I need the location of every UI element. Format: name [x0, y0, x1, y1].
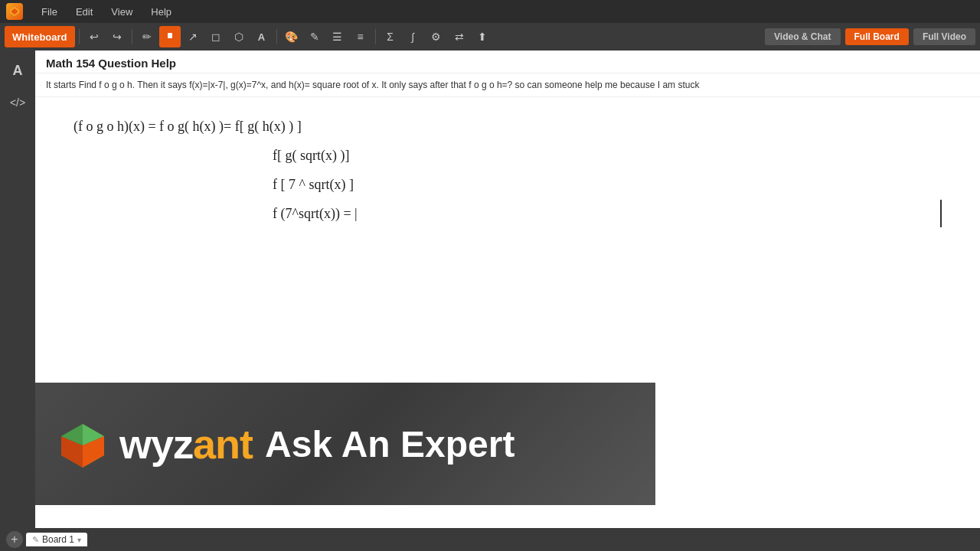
sidebar-icon-a[interactable]: A: [5, 58, 30, 83]
whiteboard-button[interactable]: Whiteboard: [5, 26, 75, 47]
select-button[interactable]: ↗: [182, 26, 204, 47]
arrow-tool[interactable]: ⇄: [449, 26, 470, 47]
eraser-button[interactable]: ◻: [205, 26, 227, 47]
separator-4: [375, 29, 376, 44]
pencil-tool[interactable]: ✎: [304, 26, 325, 47]
sidebar-icon-code[interactable]: </>: [5, 90, 30, 115]
color-picker[interactable]: 🎨: [281, 26, 302, 47]
full-board-button[interactable]: Full Board: [845, 28, 909, 45]
board-tab-chevron[interactable]: ▾: [77, 536, 81, 544]
whiteboard-area: (f o g o h)(x) = f o g( h(x) )= f[ g( h(…: [35, 97, 980, 244]
main-content: Math 154 Question Help It starts Find f …: [35, 51, 980, 528]
sigma-tool[interactable]: Σ: [380, 26, 401, 47]
separator-1: [79, 29, 80, 44]
pen-button[interactable]: ✏: [136, 26, 158, 47]
math-line-4: f (7^sqrt(x)) = |: [273, 200, 942, 227]
shape-button[interactable]: ⬡: [228, 26, 250, 47]
redo-button[interactable]: ↪: [106, 26, 128, 47]
menu-view[interactable]: View: [108, 5, 136, 19]
top-right-buttons: Video & Chat Full Board Full Video: [765, 28, 975, 45]
app-icon: [6, 3, 23, 20]
full-video-button[interactable]: Full Video: [913, 28, 975, 45]
left-sidebar: A </>: [0, 51, 35, 528]
board-tab-label: Board 1: [42, 534, 74, 545]
separator-3: [276, 29, 277, 44]
wyzant-banner: wyzant Ask An Expert: [35, 383, 655, 505]
svg-rect-3: [168, 33, 172, 38]
math-line-1: (f o g o h)(x) = f o g( h(x) )= f[ g( h(…: [74, 112, 942, 140]
list-tool[interactable]: ☰: [327, 26, 348, 47]
board-tab-icon: ✎: [32, 535, 39, 545]
board-tab[interactable]: ✎ Board 1 ▾: [26, 533, 87, 546]
toolbar: Whiteboard ↩ ↪ ✏ ↗ ◻ ⬡ A 🎨 ✎ ☰ ≡ Σ ∫ ⚙ ⇄…: [0, 23, 980, 51]
undo-button[interactable]: ↩: [83, 26, 105, 47]
menu-edit[interactable]: Edit: [73, 5, 96, 19]
math-line-3: f [ 7 ^ sqrt(x) ]: [273, 171, 942, 198]
wyzant-logo: [58, 421, 104, 467]
text-button[interactable]: A: [251, 26, 273, 47]
gear-tool[interactable]: ⚙: [426, 26, 447, 47]
separator-2: [132, 29, 132, 44]
bottom-bar: + ✎ Board 1 ▾: [0, 528, 980, 551]
wyzant-text: wyzant Ask An Expert: [119, 420, 514, 468]
video-chat-button[interactable]: Video & Chat: [765, 28, 840, 45]
menu-bar: File Edit View Help: [0, 0, 980, 23]
math-line-2: f[ g( sqrt(x) )]: [273, 142, 942, 169]
ask-expert-text: Ask An Expert: [265, 423, 514, 465]
menu-help[interactable]: Help: [148, 5, 175, 19]
wyz-text: wyz: [119, 420, 193, 468]
add-board-button[interactable]: +: [6, 531, 23, 548]
integral-tool[interactable]: ∫: [403, 26, 424, 47]
question-text: It starts Find f o g o h. Then it says f…: [35, 73, 980, 97]
list-tool-2[interactable]: ≡: [350, 26, 371, 47]
menu-file[interactable]: File: [38, 5, 60, 19]
upload-tool[interactable]: ⬆: [472, 26, 493, 47]
highlight-button[interactable]: [159, 26, 181, 47]
question-title: Math 154 Question Help: [35, 51, 980, 73]
ant-text: ant: [193, 420, 253, 468]
